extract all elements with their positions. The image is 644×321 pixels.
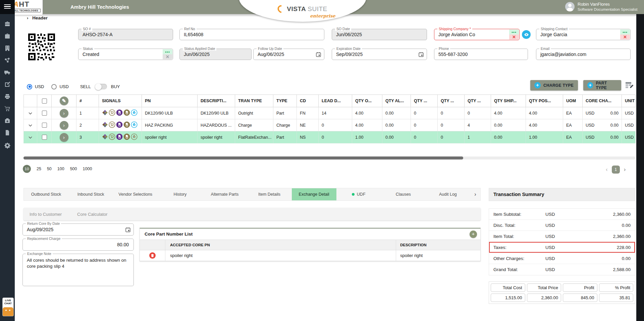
- building-icon[interactable]: [4, 45, 11, 52]
- expiration-date-field[interactable]: Expiration Date Sep/09/2025: [332, 49, 427, 60]
- status-lookup-button[interactable]: •••: [163, 49, 172, 54]
- briefcase-alt-icon[interactable]: [4, 33, 11, 40]
- tab-history[interactable]: History: [158, 188, 202, 200]
- currency-radio-selected[interactable]: [27, 84, 32, 89]
- page-size-25[interactable]: 25: [37, 167, 41, 171]
- delete-core-part-button[interactable]: [149, 252, 156, 259]
- current-page-button[interactable]: 1: [612, 166, 620, 174]
- col-type[interactable]: TYPE: [273, 95, 297, 107]
- user-avatar[interactable]: [565, 2, 575, 11]
- page-size-1000[interactable]: 1000: [83, 167, 92, 171]
- edit-document-icon[interactable]: [4, 81, 11, 88]
- shipping-contact-clear-button[interactable]: ✕: [620, 35, 630, 40]
- col-core-charge[interactable]: CORE CHA...: [583, 95, 622, 107]
- next-page-icon[interactable]: ›: [624, 166, 626, 173]
- add-charge-type-button[interactable]: + CHARGE TYPE: [530, 80, 578, 90]
- tab-item-details[interactable]: Item Details: [247, 188, 291, 200]
- item-row-3-selected[interactable]: › 3 $ spoiler right spoiler right FlatRa…: [24, 131, 636, 143]
- row-open-button[interactable]: ›: [60, 133, 68, 142]
- page-size-50[interactable]: 50: [47, 167, 52, 171]
- document-icon[interactable]: [4, 129, 11, 136]
- briefcase-icon[interactable]: [4, 21, 11, 27]
- tab-outbound-stock[interactable]: Outbound Stock: [24, 188, 68, 200]
- tab-udf[interactable]: UDF: [336, 188, 381, 200]
- so-date-field[interactable]: SO Date Jun/06/2025: [332, 29, 427, 40]
- supply-box-icon[interactable]: [4, 117, 11, 124]
- col-lead-days[interactable]: LEAD D...: [319, 95, 352, 107]
- prev-page-icon[interactable]: ‹: [606, 166, 608, 173]
- truck-icon[interactable]: [4, 69, 11, 76]
- status-clear-button[interactable]: ✕: [163, 54, 172, 59]
- col-cd[interactable]: CD: [297, 95, 319, 107]
- sell-buy-toggle[interactable]: [95, 84, 107, 89]
- row-open-button[interactable]: ›: [60, 121, 68, 130]
- calendar-icon[interactable]: [419, 52, 424, 58]
- row-checkbox[interactable]: [42, 123, 47, 128]
- live-chat-badge[interactable]: LIVE CHAT: [2, 298, 14, 316]
- add-core-part-button[interactable]: +: [470, 231, 477, 238]
- col-unit[interactable]: UNIT ...: [622, 95, 636, 107]
- network-nodes-icon[interactable]: [4, 57, 11, 64]
- col-pn[interactable]: PN: [142, 95, 198, 107]
- status-field[interactable]: Status Created ••• ✕: [78, 49, 173, 60]
- add-part-type-button[interactable]: + PART TYPE: [583, 80, 621, 90]
- shipping-contact-field[interactable]: Shipping Contact Jorge Garcia ••• ✕: [536, 29, 631, 40]
- scrollbar-thumb[interactable]: [23, 156, 463, 159]
- tab-exchange-detail-active[interactable]: Exchange Detail: [292, 188, 336, 200]
- col-qty-al[interactable]: QTY AL...: [382, 95, 411, 107]
- col-qty-b[interactable]: QTY ...: [438, 95, 465, 107]
- row-open-button[interactable]: ›: [60, 109, 68, 118]
- col-num[interactable]: #: [76, 95, 99, 107]
- gear-icon[interactable]: [4, 142, 11, 149]
- email-field[interactable]: Email jgarcia@javiation.com: [536, 49, 631, 60]
- item-row-1[interactable]: › 1 $ DK120/90 ULB DK120/90 ULB Outright…: [24, 107, 636, 119]
- page-size-10-selected[interactable]: 10: [23, 165, 31, 173]
- col-qty-c[interactable]: QTY ...: [465, 95, 491, 107]
- table-columns-edit-icon[interactable]: [625, 81, 634, 90]
- shipping-company-field[interactable]: Shipping Company * Jorge Aviation Co •••…: [434, 29, 520, 40]
- page-size-100[interactable]: 100: [57, 167, 64, 171]
- page-size-500[interactable]: 500: [70, 167, 77, 171]
- core-part-list-row[interactable]: spoiler right spoiler right: [140, 250, 480, 261]
- view-company-button[interactable]: [522, 30, 531, 39]
- tab-inbound-stock[interactable]: Inbound Stock: [68, 188, 113, 200]
- row-expand-chevron-icon[interactable]: [29, 135, 32, 140]
- select-all-checkbox[interactable]: [42, 99, 47, 104]
- menu-hamburger-icon[interactable]: [4, 4, 11, 9]
- col-tran-type[interactable]: TRAN TYPE: [235, 95, 273, 107]
- shipping-company-lookup-button[interactable]: •••: [509, 29, 519, 35]
- col-qty-a[interactable]: QTY ...: [411, 95, 438, 107]
- tab-vendor-selections[interactable]: Vendor Selections: [113, 188, 158, 200]
- subtab-info-to-customer[interactable]: Info to Customer: [30, 212, 62, 217]
- col-description[interactable]: DESCRIPTI...: [198, 95, 235, 107]
- col-qty-pos[interactable]: QTY POS...: [526, 95, 563, 107]
- row-expand-chevron-icon[interactable]: [29, 123, 32, 128]
- calendar-icon[interactable]: [316, 52, 321, 58]
- row-checkbox[interactable]: [42, 111, 47, 116]
- shipping-contact-lookup-button[interactable]: •••: [620, 29, 630, 35]
- col-qty-o[interactable]: QTY O...: [352, 95, 382, 107]
- tab-alternate-parts[interactable]: Alternate Parts: [202, 188, 247, 200]
- status-applied-date-field[interactable]: Status Applied Date Jun/06/2025: [179, 49, 252, 60]
- shopping-cart-icon[interactable]: [4, 105, 11, 112]
- so-number-field[interactable]: SO # AHSO-2574-A: [78, 29, 173, 40]
- replacement-charge-field[interactable]: Replacement Charge 80.00: [22, 239, 134, 251]
- calendar-icon[interactable]: [125, 227, 130, 234]
- row-checkbox[interactable]: [42, 135, 47, 140]
- tab-audit-log[interactable]: Audit Log: [426, 188, 470, 200]
- follow-up-date-field[interactable]: Follow Up Date Aug/06/2025: [253, 49, 324, 60]
- horizontal-scrollbar[interactable]: [23, 156, 635, 159]
- user-menu[interactable]: Robin VanFlores Software Documentation S…: [565, 2, 637, 12]
- row-expand-chevron-icon[interactable]: [29, 111, 32, 116]
- edit-rows-button[interactable]: ✎: [60, 97, 68, 105]
- item-row-2[interactable]: › 2 $ HAZ PACKING HAZARDOUS ... Charge C…: [24, 119, 636, 131]
- shipping-company-clear-button[interactable]: ✕: [509, 35, 519, 40]
- ref-no-field[interactable]: Ref No IL654608: [179, 29, 324, 40]
- subtab-core-calculator[interactable]: Core Calculator: [77, 212, 107, 217]
- currency-radio-unselected[interactable]: [51, 84, 57, 89]
- exchange-note-field[interactable]: Exchange Note All cores should be return…: [22, 254, 134, 286]
- col-qty-ship[interactable]: QTY SHIP...: [491, 95, 526, 107]
- tabs-overflow-chevron-icon[interactable]: ›: [470, 188, 480, 200]
- col-signals[interactable]: SIGNALS: [99, 95, 142, 107]
- printer-icon[interactable]: [4, 93, 11, 100]
